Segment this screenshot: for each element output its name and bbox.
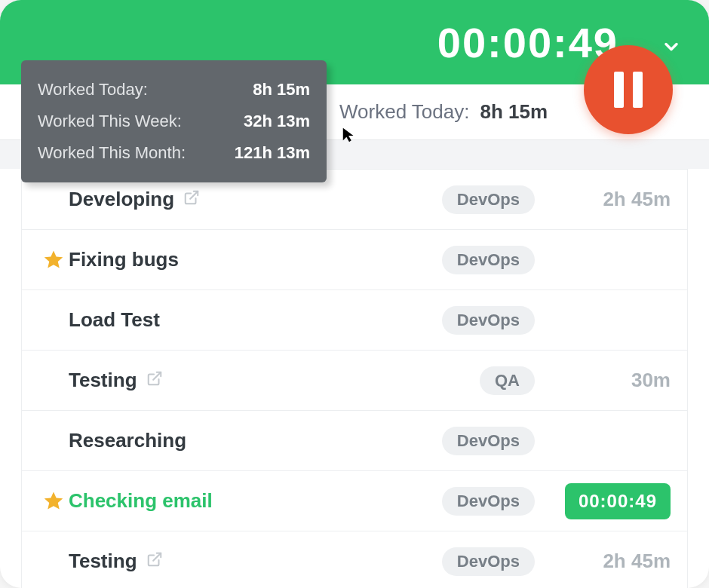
summary-value: 8h 15m <box>480 100 548 124</box>
tooltip-row-today: Worked Today: 8h 15m <box>38 74 310 106</box>
summary-label: Worked Today: <box>339 100 469 124</box>
task-title-text: Load Test <box>69 308 160 332</box>
task-running-timer: 00:00:49 <box>557 483 671 519</box>
task-title-text: Checking email <box>69 489 213 513</box>
tooltip-row-week: Worked This Week: 32h 13m <box>38 106 310 137</box>
task-row[interactable]: Fixing bugsDevOps <box>22 229 687 289</box>
task-list: DevelopingDevOps2h 45mFixing bugsDevOpsL… <box>21 169 688 588</box>
svg-line-1 <box>153 372 161 380</box>
svg-line-0 <box>190 191 198 199</box>
tooltip-label: Worked This Month: <box>38 143 186 163</box>
task-title-text: Developing <box>69 188 174 211</box>
task-tag[interactable]: DevOps <box>442 185 535 214</box>
task-tag[interactable]: DevOps <box>442 547 535 576</box>
task-title[interactable]: Load Test <box>69 308 442 332</box>
task-tag[interactable]: DevOps <box>442 246 535 274</box>
task-duration: 2h 45m <box>557 188 671 211</box>
cursor-icon <box>341 127 358 143</box>
main-timer: 00:00:49 <box>437 18 618 67</box>
task-title[interactable]: Developing <box>69 188 442 211</box>
task-row[interactable]: Checking emailDevOps00:00:49 <box>22 470 687 531</box>
task-tag[interactable]: QA <box>480 366 535 395</box>
task-row[interactable]: ResearchingDevOps <box>22 410 687 470</box>
task-row[interactable]: TestingQA30m <box>22 350 687 410</box>
tooltip-label: Worked This Week: <box>38 112 182 131</box>
task-tag[interactable]: DevOps <box>442 427 535 455</box>
tooltip-value: 32h 13m <box>244 112 310 131</box>
task-title[interactable]: Testing <box>69 550 442 573</box>
task-title-text: Testing <box>69 369 137 392</box>
pause-button[interactable] <box>584 45 673 134</box>
app-window: 00:00:49 Worked Today: 8h 15m Developing… <box>0 0 709 588</box>
star-icon[interactable] <box>38 249 69 271</box>
external-link-icon[interactable] <box>183 188 200 211</box>
star-icon[interactable] <box>38 490 69 513</box>
svg-line-2 <box>153 553 161 561</box>
tooltip-row-month: Worked This Month: 121h 13m <box>38 137 310 169</box>
task-duration: 2h 45m <box>557 550 671 573</box>
tooltip-value: 8h 15m <box>253 80 310 100</box>
external-link-icon[interactable] <box>146 550 163 573</box>
chevron-down-icon[interactable] <box>661 36 682 57</box>
worked-tooltip: Worked Today: 8h 15m Worked This Week: 3… <box>21 60 327 182</box>
task-title[interactable]: Checking email <box>69 489 442 513</box>
task-title-text: Testing <box>69 550 137 573</box>
task-title-text: Fixing bugs <box>69 248 179 271</box>
task-title[interactable]: Researching <box>69 429 442 452</box>
task-title[interactable]: Fixing bugs <box>69 248 442 271</box>
external-link-icon[interactable] <box>146 369 163 392</box>
task-row[interactable]: Load TestDevOps <box>22 289 687 350</box>
pause-icon <box>614 72 643 108</box>
task-tag[interactable]: DevOps <box>442 487 535 516</box>
task-title-text: Researching <box>69 429 186 452</box>
task-tag[interactable]: DevOps <box>442 306 535 335</box>
tooltip-label: Worked Today: <box>38 80 148 100</box>
task-title[interactable]: Testing <box>69 369 480 392</box>
task-duration: 30m <box>557 369 671 392</box>
tooltip-value: 121h 13m <box>235 143 310 163</box>
task-row[interactable]: TestingDevOps2h 45m <box>22 531 687 588</box>
